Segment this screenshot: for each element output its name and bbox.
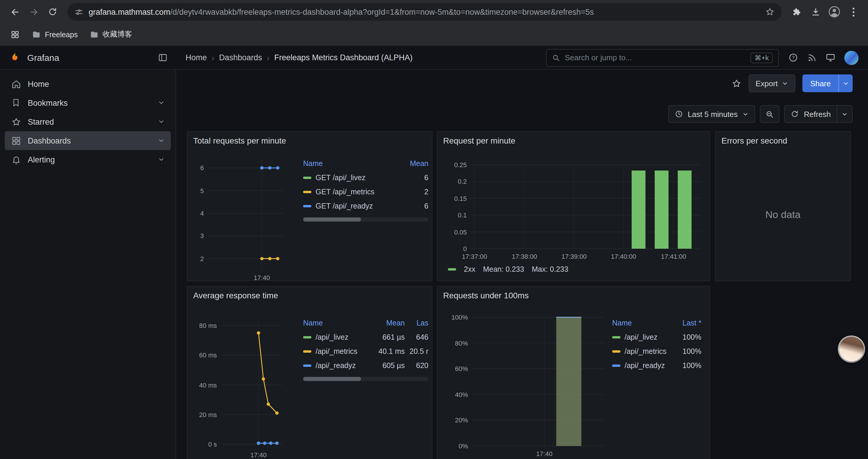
time-range-label: Last 5 minutes bbox=[688, 109, 738, 119]
panel-title[interactable]: Total requests per minute bbox=[187, 132, 432, 150]
y-axis-label: 100% bbox=[441, 313, 468, 322]
refresh-split-button: Refresh bbox=[784, 105, 852, 123]
chevron-down-icon[interactable] bbox=[158, 99, 165, 106]
legend-row[interactable]: /api/_livez661 µs646 bbox=[303, 330, 428, 345]
panel-title[interactable]: Average response time bbox=[187, 287, 432, 304]
user-avatar[interactable] bbox=[844, 51, 859, 65]
series-name[interactable]: 2xx bbox=[464, 265, 475, 273]
legend-column-header[interactable]: Las bbox=[405, 319, 428, 327]
legend-column-header[interactable]: Name bbox=[303, 319, 368, 327]
panel-title[interactable]: Requests under 100ms bbox=[437, 287, 710, 304]
series-name: /api/_livez bbox=[315, 333, 348, 341]
browser-toolbar: grafana.mathmast.com/d/deytv4rwavabkb/fr… bbox=[0, 0, 868, 24]
sidebar-item-home[interactable]: Home bbox=[5, 74, 171, 93]
sidebar-item-alerting[interactable]: Alerting bbox=[5, 150, 171, 169]
legend-column-header[interactable]: Name bbox=[612, 319, 671, 327]
svg-text:?: ? bbox=[792, 55, 795, 60]
downloads-icon[interactable] bbox=[807, 3, 824, 21]
browser-window: grafana.mathmast.com/d/deytv4rwavabkb/fr… bbox=[0, 0, 868, 459]
chevron-down-icon bbox=[782, 80, 788, 87]
legend-row[interactable]: GET /api/_readyz6 bbox=[303, 199, 428, 213]
grafana-brand: Grafana bbox=[0, 51, 176, 64]
refresh-interval-button[interactable] bbox=[837, 105, 852, 123]
back-button[interactable] bbox=[6, 3, 24, 21]
favorite-star-icon[interactable] bbox=[731, 78, 741, 88]
share-button[interactable]: Share bbox=[803, 74, 838, 92]
legend-row[interactable]: GET /api/_livez6 bbox=[303, 171, 428, 185]
panel-average-response-time: Average response time NameMeanLas/api/_l… bbox=[187, 286, 433, 459]
search-input[interactable]: Search or jump to... ⌘+k bbox=[546, 49, 779, 66]
extensions-icon[interactable] bbox=[788, 3, 805, 21]
panel-requests-under-100ms: Requests under 100ms NameLast */api/_liv… bbox=[437, 286, 710, 459]
chevron-down-icon[interactable] bbox=[158, 118, 165, 125]
series-name: /api/_metrics bbox=[625, 347, 666, 356]
sidebar-toggle-icon[interactable] bbox=[158, 53, 168, 63]
bookmark-item[interactable]: Freeleaps bbox=[27, 28, 83, 41]
forward-button[interactable] bbox=[25, 3, 42, 21]
brand-name[interactable]: Grafana bbox=[27, 53, 59, 63]
share-menu-button[interactable] bbox=[838, 74, 852, 92]
refresh-button[interactable]: Refresh bbox=[784, 105, 837, 123]
time-range-picker[interactable]: Last 5 minutes bbox=[668, 105, 755, 123]
series-name: GET /api/_metrics bbox=[315, 188, 375, 196]
reload-button[interactable] bbox=[44, 3, 61, 21]
chart-plot bbox=[208, 157, 283, 270]
legend-row[interactable]: /api/_livez100% bbox=[612, 330, 701, 345]
home-icon bbox=[11, 79, 21, 89]
rss-icon[interactable] bbox=[807, 53, 816, 62]
clock-icon bbox=[675, 110, 683, 118]
series-name: GET /api/_readyz bbox=[315, 202, 373, 210]
zoom-out-button[interactable] bbox=[760, 105, 780, 123]
breadcrumb-item: Freeleaps Metrics Dashboard (ALPHA) bbox=[274, 53, 412, 62]
series-color-swatch bbox=[303, 205, 311, 207]
legend-column-header[interactable]: Mean bbox=[368, 319, 405, 327]
legend-row[interactable]: /api/_metrics100% bbox=[612, 345, 701, 359]
chevron-down-icon[interactable] bbox=[158, 156, 165, 163]
legend-scrollbar[interactable] bbox=[303, 218, 428, 222]
sidebar-item-bookmarks[interactable]: Bookmarks bbox=[5, 93, 171, 112]
header-icons: ? bbox=[779, 51, 868, 65]
legend-table: NameMeanGET /api/_livez6GET /api/_metric… bbox=[303, 157, 428, 222]
x-axis-label: 17:39:00 bbox=[550, 252, 598, 261]
scrollbar-thumb[interactable] bbox=[303, 218, 361, 222]
x-axis-label: 17:40 bbox=[521, 449, 568, 458]
chevron-down-icon[interactable] bbox=[158, 137, 165, 144]
bookmark-star-icon[interactable] bbox=[765, 7, 775, 17]
panel-title[interactable]: Request per minute bbox=[437, 132, 710, 150]
legend-row[interactable]: /api/_readyz605 µs620 bbox=[303, 359, 428, 373]
grafana-body: HomeBookmarksStarredDashboardsAlerting E… bbox=[0, 70, 868, 459]
address-bar[interactable]: grafana.mathmast.com/d/deytv4rwavabkb/fr… bbox=[67, 3, 782, 21]
legend-header-row: NameMean bbox=[303, 157, 428, 171]
grafana-logo[interactable] bbox=[8, 51, 21, 64]
legend-row[interactable]: /api/_readyz100% bbox=[612, 359, 701, 373]
legend-column-header[interactable]: Mean bbox=[400, 160, 428, 168]
sidebar-item-starred[interactable]: Starred bbox=[5, 112, 171, 131]
help-icon[interactable]: ? bbox=[788, 53, 798, 63]
export-button[interactable]: Export bbox=[748, 74, 795, 92]
scrollbar-thumb[interactable] bbox=[303, 377, 361, 381]
x-axis-label: 17:37:00 bbox=[451, 252, 498, 261]
panel-title[interactable]: Errors per second bbox=[716, 132, 850, 150]
sidebar-item-dashboards[interactable]: Dashboards bbox=[5, 131, 171, 150]
monitor-icon[interactable] bbox=[826, 53, 836, 63]
site-info-icon[interactable] bbox=[74, 7, 83, 16]
y-axis-label: 0.2 bbox=[441, 177, 467, 186]
y-axis-label: 2 bbox=[191, 254, 204, 263]
breadcrumb-item[interactable]: Dashboards bbox=[219, 53, 262, 62]
profile-avatar[interactable] bbox=[826, 3, 843, 21]
legend-column-header[interactable]: Last * bbox=[671, 319, 701, 327]
legend-row[interactable]: GET /api/_metrics2 bbox=[303, 185, 428, 199]
bookmark-item[interactable]: 收藏博客 bbox=[85, 27, 137, 42]
legend-column-header[interactable]: Name bbox=[303, 160, 400, 168]
y-axis-label: 4 bbox=[191, 208, 204, 218]
assistant-avatar-button[interactable] bbox=[839, 337, 864, 362]
x-axis-label: 17:38:00 bbox=[501, 252, 548, 261]
y-axis-label: 60 ms bbox=[191, 351, 217, 360]
legend-scrollbar[interactable] bbox=[303, 377, 428, 381]
breadcrumb: Home›Dashboards›Freeleaps Metrics Dashbo… bbox=[176, 53, 413, 62]
no-data-message: No data bbox=[716, 150, 850, 281]
breadcrumb-item[interactable]: Home bbox=[186, 53, 207, 62]
legend-row[interactable]: /api/_metrics40.1 ms20.5 r bbox=[303, 345, 428, 359]
apps-grid-icon[interactable] bbox=[7, 27, 23, 42]
browser-menu-icon[interactable] bbox=[844, 3, 862, 21]
